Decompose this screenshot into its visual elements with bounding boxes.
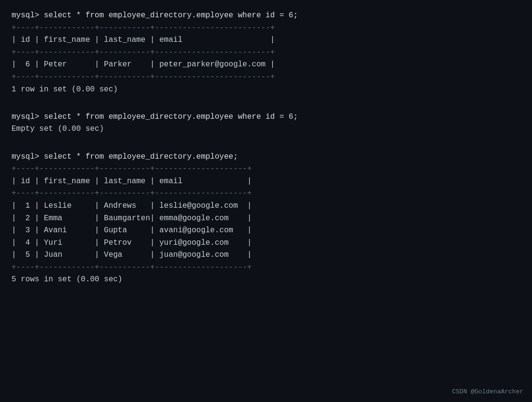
header-row-1: | id | first_name | last_name | email |: [12, 34, 520, 47]
separator-3b: +----+------------+-----------+---------…: [12, 188, 520, 200]
spacer-1: [12, 99, 520, 111]
query-block-2: mysql> select * from employee_directory.…: [12, 111, 520, 136]
empty-set-message: Empty set (0.00 sec): [12, 123, 520, 136]
spacer-2: [12, 138, 520, 151]
terminal-window: mysql> select * from employee_directory.…: [12, 10, 520, 286]
command-line-3: mysql> select * from employee_directory.…: [12, 151, 520, 163]
separator-1c: +----+------------+-----------+---------…: [12, 71, 520, 84]
data-row-3-5: | 5 | Juan | Vega | juan@google.com |: [12, 249, 520, 262]
separator-1b: +----+------------+-----------+---------…: [12, 47, 520, 59]
separator-3a: +----+------------+-----------+---------…: [12, 163, 520, 176]
header-row-3: | id | first_name | last_name | email |: [12, 176, 520, 188]
data-row-1: | 6 | Peter | Parker | peter_parker@goog…: [12, 59, 520, 71]
row-count-3: 5 rows in set (0.00 sec): [12, 274, 520, 286]
watermark: CSDN @GoldenaArcher: [452, 388, 523, 395]
data-row-3-3: | 3 | Avani | Gupta | avani@google.com |: [12, 225, 520, 237]
command-line-2: mysql> select * from employee_directory.…: [12, 111, 520, 124]
row-count-1: 1 row in set (0.00 sec): [12, 84, 520, 96]
query-block-1: mysql> select * from employee_directory.…: [12, 10, 520, 96]
data-row-3-2: | 2 | Emma | Baumgarten| emma@google.com…: [12, 213, 520, 225]
query-block-3: mysql> select * from employee_directory.…: [12, 151, 520, 287]
separator-3c: +----+------------+-----------+---------…: [12, 262, 520, 274]
command-line-1: mysql> select * from employee_directory.…: [12, 10, 520, 22]
data-row-3-4: | 4 | Yuri | Petrov | yuri@google.com |: [12, 237, 520, 250]
separator-1a: +----+------------+-----------+---------…: [12, 22, 520, 35]
data-row-3-1: | 1 | Leslie | Andrews | leslie@google.c…: [12, 200, 520, 213]
